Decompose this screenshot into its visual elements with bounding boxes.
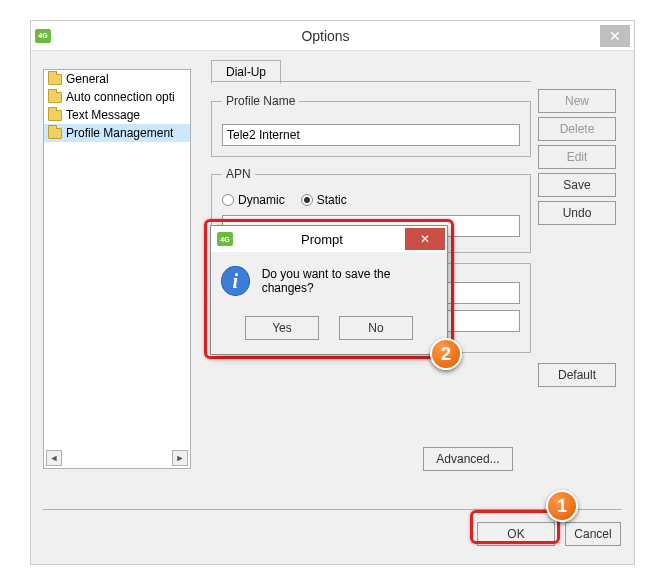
titlebar: 4G Options ✕ xyxy=(31,21,634,51)
undo-button[interactable]: Undo xyxy=(538,201,616,225)
profile-name-input[interactable]: Tele2 Internet xyxy=(222,124,520,146)
edit-button[interactable]: Edit xyxy=(538,145,616,169)
advanced-button[interactable]: Advanced... xyxy=(423,447,513,471)
tree-label: General xyxy=(66,72,109,86)
step-marker-2: 2 xyxy=(430,338,462,370)
profile-name-legend: Profile Name xyxy=(222,94,299,108)
app-icon: 4G xyxy=(35,29,51,43)
options-tree[interactable]: General Auto connection opti Text Messag… xyxy=(43,69,191,469)
folder-icon xyxy=(48,128,62,139)
tree-item-general[interactable]: General xyxy=(44,70,190,88)
radio-icon xyxy=(222,194,234,206)
save-button[interactable]: Save xyxy=(538,173,616,197)
prompt-dialog: 4G Prompt ✕ i Do you want to save the ch… xyxy=(210,225,448,355)
folder-icon xyxy=(48,110,62,121)
tree-label: Text Message xyxy=(66,108,140,122)
radio-icon xyxy=(301,194,313,206)
scroll-left-icon[interactable]: ◄ xyxy=(46,450,62,466)
ok-button[interactable]: OK xyxy=(477,522,555,546)
divider xyxy=(43,509,622,510)
no-button[interactable]: No xyxy=(339,316,413,340)
tree-label: Profile Management xyxy=(66,126,173,140)
profile-name-value: Tele2 Internet xyxy=(227,128,300,142)
close-icon[interactable]: ✕ xyxy=(405,228,445,250)
tree-item-profile-management[interactable]: Profile Management xyxy=(44,124,190,142)
apn-legend: APN xyxy=(222,167,255,181)
tree-item-auto-connection[interactable]: Auto connection opti xyxy=(44,88,190,106)
radio-label: Dynamic xyxy=(238,193,285,207)
close-icon[interactable]: ✕ xyxy=(600,25,630,47)
delete-button[interactable]: Delete xyxy=(538,117,616,141)
tree-item-text-message[interactable]: Text Message xyxy=(44,106,190,124)
new-button[interactable]: New xyxy=(538,89,616,113)
apn-dynamic-radio[interactable]: Dynamic xyxy=(222,193,285,207)
side-buttons: New Delete Edit Save Undo xyxy=(538,89,616,225)
window-title: Options xyxy=(51,28,600,44)
prompt-titlebar: 4G Prompt ✕ xyxy=(211,226,447,252)
default-button[interactable]: Default xyxy=(538,363,616,387)
folder-icon xyxy=(48,74,62,85)
step-marker-1: 1 xyxy=(546,490,578,522)
tree-scrollbar[interactable]: ◄ ► xyxy=(46,450,188,466)
tabs: Dial-Up xyxy=(211,59,281,83)
folder-icon xyxy=(48,92,62,103)
scroll-right-icon[interactable]: ► xyxy=(172,450,188,466)
info-icon: i xyxy=(221,266,250,296)
app-icon: 4G xyxy=(217,232,233,246)
radio-label: Static xyxy=(317,193,347,207)
apn-static-radio[interactable]: Static xyxy=(301,193,347,207)
yes-button[interactable]: Yes xyxy=(245,316,319,340)
prompt-title: Prompt xyxy=(239,232,405,247)
profile-name-group: Profile Name Tele2 Internet xyxy=(211,94,531,157)
tree-label: Auto connection opti xyxy=(66,90,175,104)
cancel-button[interactable]: Cancel xyxy=(565,522,621,546)
prompt-message: Do you want to save the changes? xyxy=(262,267,437,295)
